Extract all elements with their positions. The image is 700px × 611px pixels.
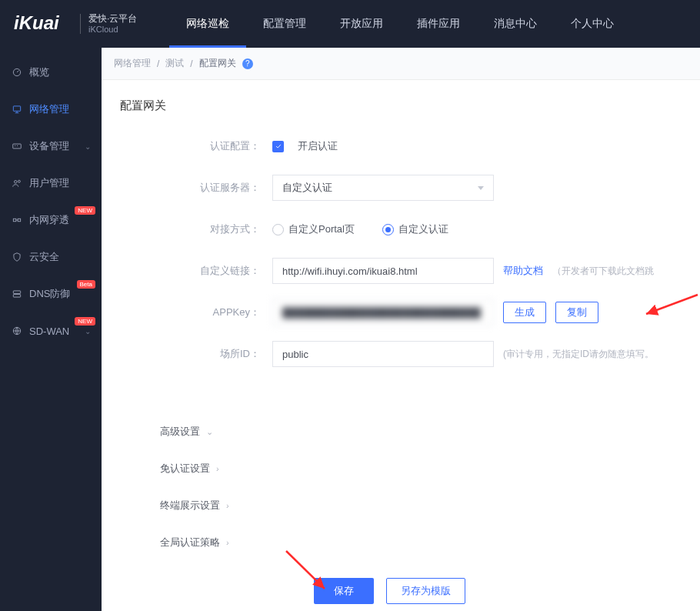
- sidebar-item-sdwan[interactable]: SD-WAN NEW ⌄: [0, 312, 102, 349]
- dev-hint: （开发者可下载此文档跳: [552, 265, 654, 278]
- logo-icon: iKuai: [14, 12, 74, 35]
- sidebar-item-label: DNS防御: [29, 287, 70, 301]
- sidebar: 概览 网络管理 设备管理 ⌄ 用户管理 内网穿透 NEW 云安全 DNS防御 B…: [0, 48, 102, 611]
- chevron-down-icon: ⌄: [206, 427, 213, 437]
- network-icon: [11, 103, 23, 115]
- globe-icon: [11, 325, 23, 337]
- breadcrumb-network[interactable]: 网络管理: [114, 57, 151, 70]
- main-content: 网络管理 / 测试 / 配置网关 ? 配置网关 认证配置： 开启认证 认证服务器…: [102, 48, 700, 611]
- label-auth-config: 认证配置：: [118, 139, 272, 153]
- help-icon[interactable]: ?: [242, 58, 253, 69]
- expand-no-auth[interactable]: 免认证设置 ›: [114, 450, 688, 487]
- sidebar-item-label: 内网穿透: [29, 213, 69, 227]
- svg-rect-6: [13, 219, 16, 222]
- svg-point-4: [15, 181, 18, 184]
- users-icon: [11, 177, 23, 189]
- expand-terminal-display[interactable]: 终端展示设置 ›: [114, 487, 688, 524]
- sidebar-item-label: SD-WAN: [29, 326, 69, 337]
- topnav-open-app[interactable]: 开放应用: [323, 0, 400, 48]
- topnav-msg[interactable]: 消息中心: [477, 0, 554, 48]
- page-title: 配置网关: [114, 98, 688, 127]
- sidebar-item-network[interactable]: 网络管理: [0, 91, 102, 128]
- radio-icon: [272, 224, 284, 235]
- sidebar-item-security[interactable]: 云安全: [0, 239, 102, 275]
- custom-url-input[interactable]: [272, 258, 494, 284]
- breadcrumb-test[interactable]: 测试: [165, 57, 184, 70]
- sidebar-item-label: 网络管理: [29, 102, 69, 116]
- breadcrumb: 网络管理 / 测试 / 配置网关 ?: [102, 48, 700, 80]
- svg-rect-9: [13, 295, 20, 298]
- sidebar-item-users[interactable]: 用户管理: [0, 165, 102, 202]
- svg-rect-2: [13, 106, 20, 111]
- advanced-header[interactable]: 高级设置 ⌄: [114, 413, 688, 450]
- chevron-down-icon: ⌄: [85, 142, 91, 151]
- expand-global-policy[interactable]: 全局认证策略 ›: [114, 524, 688, 561]
- dashboard-icon: [11, 66, 23, 78]
- tunnel-icon: [11, 214, 23, 226]
- sidebar-item-tunnel[interactable]: 内网穿透 NEW: [0, 202, 102, 239]
- save-button[interactable]: 保存: [314, 578, 374, 604]
- label-auth-server: 认证服务器：: [118, 181, 272, 195]
- svg-rect-7: [18, 219, 21, 222]
- radio-icon: [382, 224, 394, 235]
- save-as-template-button[interactable]: 另存为模版: [386, 578, 465, 604]
- dns-icon: [11, 288, 23, 300]
- gen-button[interactable]: 生成: [503, 302, 546, 323]
- brand-cn: 爱快·云平台: [88, 14, 137, 24]
- header-bar: iKuai 爱快·云平台 iKCloud 网络巡检 配置管理 开放应用 插件应用…: [0, 0, 700, 48]
- auth-server-value: 自定义认证: [282, 181, 332, 195]
- gateway-panel: 配置网关 认证配置： 开启认证 认证服务器： 自定义认证: [102, 80, 700, 611]
- svg-text:iKuai: iKuai: [14, 12, 60, 33]
- radio-portal[interactable]: 自定义Portal页: [272, 222, 355, 236]
- label-appkey: APPKey：: [118, 306, 272, 319]
- svg-rect-3: [13, 144, 22, 149]
- label-place-id: 场所ID：: [118, 347, 272, 361]
- place-id-input[interactable]: [272, 341, 494, 367]
- brand-block: iKuai 爱快·云平台 iKCloud: [0, 12, 169, 35]
- label-mode: 对接方式：: [118, 222, 272, 236]
- radio-custom-auth[interactable]: 自定义认证: [382, 222, 448, 236]
- topnav-plugin[interactable]: 插件应用: [400, 0, 477, 48]
- chevron-right-icon: ›: [216, 464, 219, 473]
- svg-point-5: [18, 180, 20, 182]
- chevron-down-icon: ⌄: [85, 327, 91, 336]
- sidebar-item-label: 用户管理: [29, 176, 69, 190]
- sidebar-item-device[interactable]: 设备管理 ⌄: [0, 128, 102, 165]
- sidebar-item-label: 云安全: [29, 250, 59, 264]
- new-badge: NEW: [75, 317, 95, 326]
- sidebar-item-label: 概览: [29, 65, 49, 79]
- sidebar-item-label: 设备管理: [29, 139, 69, 153]
- brand-en: iKCloud: [88, 25, 137, 34]
- appkey-input[interactable]: [272, 299, 494, 326]
- place-id-hint: (审计专用，无指定ID请勿随意填写。: [503, 348, 654, 361]
- breadcrumb-current: 配置网关: [199, 57, 236, 70]
- sidebar-item-dns[interactable]: DNS防御 Beta: [0, 275, 102, 312]
- new-badge: NEW: [75, 206, 95, 215]
- topnav-inspect[interactable]: 网络巡检: [169, 0, 246, 48]
- topnav-config[interactable]: 配置管理: [246, 0, 323, 48]
- copy-button[interactable]: 复制: [555, 302, 598, 323]
- auth-server-select[interactable]: 自定义认证: [272, 175, 494, 201]
- shield-icon: [11, 251, 23, 263]
- help-doc-link[interactable]: 帮助文档: [503, 264, 543, 278]
- chevron-right-icon: ›: [226, 501, 229, 510]
- sidebar-item-overview[interactable]: 概览: [0, 54, 102, 91]
- top-nav: 网络巡检 配置管理 开放应用 插件应用 消息中心 个人中心: [169, 0, 631, 48]
- enable-auth-text: 开启认证: [298, 139, 338, 153]
- svg-rect-8: [13, 291, 20, 294]
- label-custom-url: 自定义链接：: [118, 264, 272, 278]
- chevron-right-icon: ›: [226, 538, 229, 547]
- beta-badge: Beta: [77, 280, 95, 289]
- device-icon: [11, 140, 23, 152]
- enable-auth-checkbox[interactable]: [272, 141, 284, 152]
- topnav-profile[interactable]: 个人中心: [554, 0, 631, 48]
